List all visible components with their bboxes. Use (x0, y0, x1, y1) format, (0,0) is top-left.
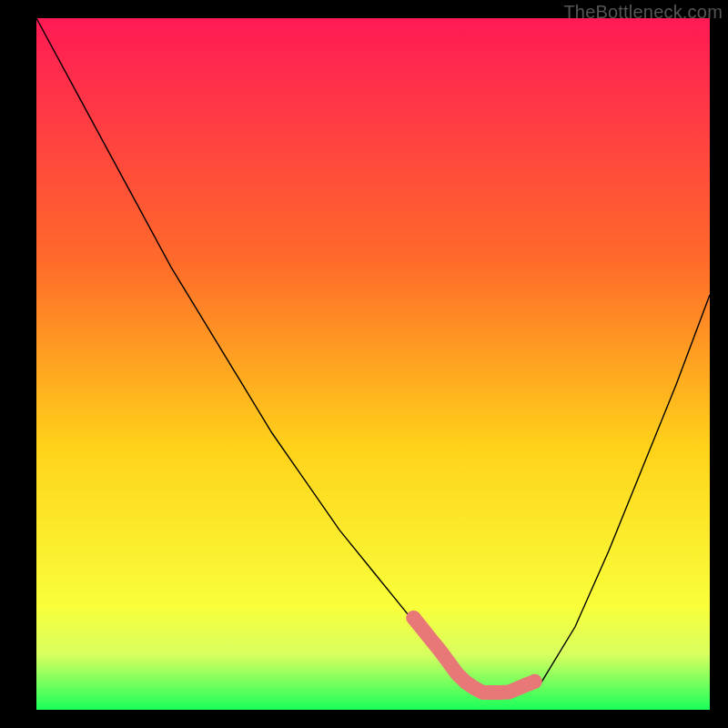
chart-frame: TheBottleneck.com (0, 0, 728, 728)
valley-marker-dot-right (528, 674, 542, 689)
watermark-text: TheBottleneck.com (563, 2, 723, 23)
chart-svg (36, 18, 710, 710)
bottleneck-curve (36, 18, 710, 696)
valley-marker-dot-left (406, 611, 420, 625)
valley-marker-line (413, 618, 534, 693)
chart-plot-area (36, 18, 710, 710)
